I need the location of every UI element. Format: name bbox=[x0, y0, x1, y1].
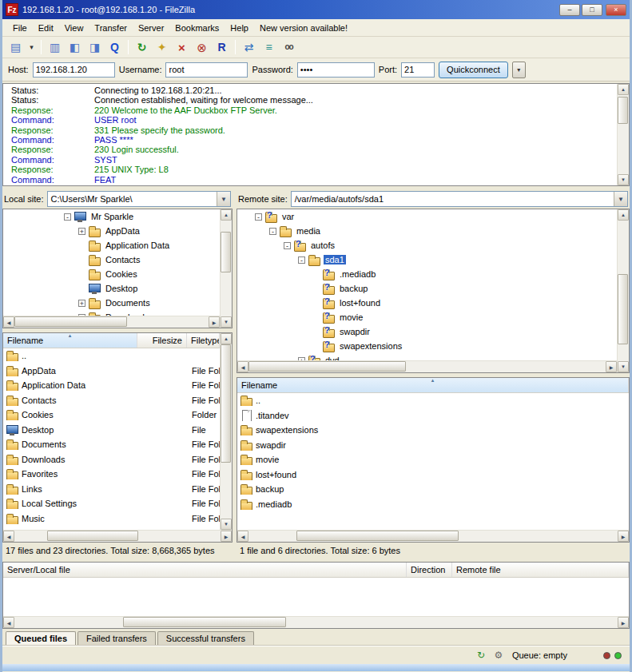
scrollbar-track[interactable] bbox=[248, 531, 618, 542]
port-input[interactable] bbox=[401, 62, 435, 78]
file-row[interactable]: swapextensions bbox=[237, 423, 629, 438]
tree-item[interactable]: ?var bbox=[237, 209, 617, 224]
scroll-up-button[interactable]: ▲ bbox=[618, 84, 629, 95]
disconnect-button[interactable]: ⊗ bbox=[193, 39, 211, 56]
scrollbar-thumb[interactable] bbox=[296, 531, 459, 541]
scroll-down-button[interactable]: ▼ bbox=[221, 519, 232, 530]
file-row[interactable]: CookiesFolder bbox=[3, 408, 220, 423]
column-header-filetype[interactable]: Filetype bbox=[187, 333, 220, 348]
scrollbar-thumb[interactable] bbox=[47, 531, 138, 541]
maximize-button[interactable]: □ bbox=[582, 4, 602, 16]
expander-icon[interactable] bbox=[78, 314, 85, 316]
scroll-right-button[interactable]: ▶ bbox=[209, 316, 220, 328]
quickconnect-dropdown-button[interactable]: ▾ bbox=[512, 62, 526, 78]
scroll-right-button[interactable]: ▶ bbox=[618, 617, 629, 628]
minimize-button[interactable]: – bbox=[559, 4, 580, 16]
column-header-filename[interactable]: Filename▴ bbox=[3, 333, 137, 348]
toggle-local-tree-button[interactable]: ◧ bbox=[66, 39, 84, 56]
scrollbar-track[interactable] bbox=[618, 221, 629, 361]
tree-item[interactable]: ?backup bbox=[237, 281, 617, 296]
toggle-queue-button[interactable]: Q bbox=[105, 39, 124, 56]
tab-successful-transfers[interactable]: Successful transfers bbox=[157, 631, 254, 646]
scrollbar-track[interactable] bbox=[14, 617, 618, 628]
file-row[interactable]: .. bbox=[3, 348, 220, 364]
column-header-filename[interactable]: Filename▴ bbox=[237, 378, 629, 392]
tree-item[interactable]: Desktop bbox=[3, 281, 220, 296]
tree-item[interactable]: AppData bbox=[3, 224, 220, 238]
scrollbar-thumb[interactable] bbox=[618, 274, 628, 344]
gear-icon[interactable]: ⚙ bbox=[492, 650, 505, 661]
site-manager-dropdown-button[interactable]: ▾ bbox=[26, 39, 37, 56]
tree-item[interactable]: Documents bbox=[3, 296, 220, 310]
compare-directories-button[interactable]: ⇄ bbox=[240, 39, 258, 56]
file-row[interactable]: swapdir bbox=[237, 438, 629, 453]
tree-item[interactable]: ?dvd bbox=[237, 353, 617, 360]
scrollbar-track[interactable] bbox=[14, 316, 209, 328]
menu-server[interactable]: Server bbox=[133, 19, 169, 37]
local-site-combo[interactable]: C:\Users\Mr Sparkle\ ▼ bbox=[47, 191, 231, 207]
expander-icon[interactable] bbox=[78, 300, 85, 307]
column-header-local-file[interactable]: Server/Local file bbox=[3, 563, 407, 577]
file-row[interactable]: .mediadb bbox=[237, 497, 629, 512]
chevron-down-icon[interactable]: ▼ bbox=[217, 192, 230, 206]
toggle-remote-tree-button[interactable]: ◨ bbox=[85, 39, 104, 56]
file-row[interactable]: .. bbox=[237, 393, 629, 408]
scroll-left-button[interactable]: ◀ bbox=[3, 316, 14, 328]
menu-transfer[interactable]: Transfer bbox=[89, 19, 133, 37]
file-row[interactable]: backup bbox=[237, 482, 629, 497]
scroll-right-button[interactable]: ▶ bbox=[221, 531, 232, 542]
scrollbar-thumb[interactable] bbox=[221, 344, 231, 463]
scroll-left-button[interactable]: ◀ bbox=[3, 531, 14, 542]
quickconnect-button[interactable]: Quickconnect bbox=[439, 62, 508, 78]
tab-queued-files[interactable]: Queued files bbox=[6, 631, 76, 646]
menu-new-version[interactable]: New version available! bbox=[254, 19, 353, 37]
remote-tree-horizontal-scrollbar[interactable]: ◀ ▶ bbox=[237, 360, 617, 372]
toggle-log-button[interactable]: ▥ bbox=[46, 39, 64, 56]
scrollbar-track[interactable] bbox=[221, 344, 232, 519]
menu-help[interactable]: Help bbox=[225, 19, 254, 37]
log-vertical-scrollbar[interactable]: ▲ ▼ bbox=[617, 84, 629, 185]
password-input[interactable] bbox=[297, 62, 375, 78]
tree-item[interactable]: ?.mediadb bbox=[237, 267, 617, 281]
scrollbar-track[interactable] bbox=[221, 221, 232, 316]
scroll-down-button[interactable]: ▼ bbox=[221, 316, 232, 328]
file-row[interactable]: FavoritesFile Folder bbox=[3, 467, 220, 482]
file-row[interactable]: lost+found bbox=[237, 467, 629, 483]
remote-tree-vertical-scrollbar[interactable]: ▲ ▼ bbox=[617, 209, 629, 372]
file-row[interactable]: ContactsFile Folder bbox=[3, 393, 220, 408]
reconnect-button[interactable]: R bbox=[213, 39, 231, 56]
scroll-left-button[interactable]: ◀ bbox=[237, 361, 248, 372]
expander-icon[interactable] bbox=[255, 213, 262, 221]
menu-file[interactable]: File bbox=[7, 19, 33, 37]
chevron-down-icon[interactable]: ▼ bbox=[614, 192, 627, 206]
menu-view[interactable]: View bbox=[59, 19, 89, 37]
local-tree-vertical-scrollbar[interactable]: ▲ ▼ bbox=[220, 209, 232, 328]
tree-item[interactable]: media bbox=[237, 224, 617, 238]
username-input[interactable] bbox=[165, 62, 248, 78]
local-list-vertical-scrollbar[interactable]: ▲ ▼ bbox=[220, 333, 232, 530]
find-files-button[interactable]: oo bbox=[280, 39, 298, 56]
tree-item[interactable]: ?movie bbox=[237, 310, 617, 324]
scrollbar-track[interactable] bbox=[618, 95, 629, 174]
scroll-up-button[interactable]: ▲ bbox=[221, 333, 232, 344]
column-header-direction[interactable]: Direction bbox=[407, 563, 452, 577]
synchronized-browsing-button[interactable]: ≡ bbox=[260, 39, 278, 56]
file-row[interactable]: Application DataFile Folder bbox=[3, 378, 220, 393]
scroll-down-button[interactable]: ▼ bbox=[618, 174, 629, 185]
scrollbar-thumb[interactable] bbox=[618, 97, 628, 124]
column-header-filesize[interactable]: Filesize bbox=[137, 333, 187, 348]
scrollbar-thumb[interactable] bbox=[123, 617, 286, 627]
scroll-right-button[interactable]: ▶ bbox=[618, 531, 629, 542]
file-row[interactable]: AppDataFile Folder bbox=[3, 364, 220, 379]
tree-item[interactable]: ?lost+found bbox=[237, 296, 617, 310]
tab-failed-transfers[interactable]: Failed transfers bbox=[78, 631, 156, 646]
tree-item[interactable]: Downloads bbox=[3, 310, 220, 316]
tree-item[interactable]: Application Data bbox=[3, 238, 220, 252]
tree-item[interactable]: ?swapextensions bbox=[237, 339, 617, 353]
expander-icon[interactable] bbox=[78, 228, 85, 235]
site-manager-button[interactable]: ▤ bbox=[6, 39, 25, 56]
remote-list-horizontal-scrollbar[interactable]: ◀ ▶ bbox=[237, 530, 629, 542]
tree-item[interactable]: ?swapdir bbox=[237, 324, 617, 339]
tree-item[interactable]: Contacts bbox=[3, 252, 220, 267]
file-row[interactable]: Local SettingsFile Folder bbox=[3, 496, 220, 511]
